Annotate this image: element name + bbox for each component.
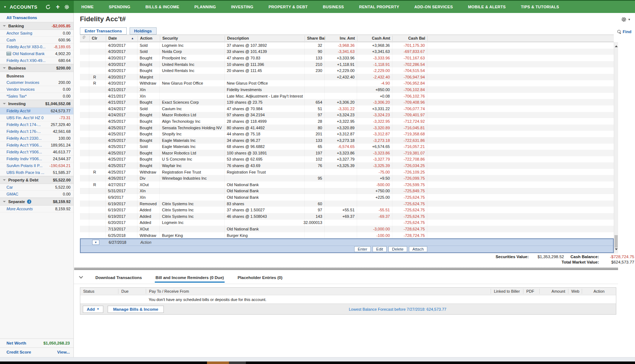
transaction-row[interactable]: 5/31/2017XInOld National Bank+750.00-725… xyxy=(80,188,614,194)
cash-amt-column-header[interactable]: Cash Amt xyxy=(357,36,392,41)
sidebar-account-old-national-bank[interactable]: Old National Bank4,902.20 xyxy=(0,50,73,57)
holdings-button[interactable]: Holdings xyxy=(130,27,157,35)
net-worth-row[interactable]: Net Worth $1,050,268.23 xyxy=(0,338,73,347)
transaction-row[interactable]: 6/9/2017XInOld National Bank+225.00-725,… xyxy=(80,194,614,201)
transaction-row[interactable]: R4/20/2017MargInt+2,432.40-2,432.40-706,… xyxy=(80,74,614,80)
new-transaction-entry-row[interactable]: ▼ 6/27/2018 Action EnterEditDeleteAttach xyxy=(80,238,614,253)
vertical-scrollbar[interactable] xyxy=(614,42,618,253)
sidebar-item-all-transactions[interactable]: All Transactions xyxy=(0,13,73,22)
nav-item-bills-income[interactable]: BILLS & INCOME xyxy=(138,5,187,9)
credit-score-view-link[interactable]: View... xyxy=(57,350,70,354)
transaction-row[interactable]: 4/25/2017BoughtSensata Technologies Hold… xyxy=(80,125,614,131)
transaction-row[interactable]: 4/20/2017SoldLogmein Inc37 shares @ 107.… xyxy=(80,42,614,49)
add-reminder-button[interactable]: Add ▼ xyxy=(83,306,103,313)
nav-item-tips-tutorials[interactable]: TIPS & TUTORIALS xyxy=(513,5,567,9)
transaction-row[interactable]: R4/25/2017WithdrawRegistration Fee Trust… xyxy=(80,169,614,175)
sidebar-account-fidelity-acc-t-y906[interactable]: Fidelity Acc't Y906...46,613.77 xyxy=(0,149,73,156)
nav-item-add-on-services[interactable]: ADD-ON SERVICES xyxy=(407,5,460,9)
delete-button[interactable]: Delete xyxy=(388,246,407,252)
tab-bill-and-income-reminders-0-due[interactable]: Bill and Income Reminders (0 Due) xyxy=(155,272,225,283)
sidebar-account-fidelity-acc-t-y906[interactable]: Fidelity Acc't Y906...189,951.24 xyxy=(0,142,73,149)
transaction-row[interactable]: 4/25/2017BoughtU S Concrete Inc53 shares… xyxy=(80,156,614,163)
nav-item-planning[interactable]: PLANNING xyxy=(187,5,224,9)
enter-button[interactable]: Enter xyxy=(354,246,371,252)
scroll-down-icon[interactable] xyxy=(615,248,618,252)
sidebar-section-separate[interactable]: Separatei$8,159.92 xyxy=(0,198,73,206)
sidebar-section-property-debt[interactable]: Property & Debt$5,522.00 xyxy=(0,176,73,184)
sidebar-account-fidelity-acc-t-x83-0[interactable]: Fidelity Acc't# X83-0...-8,189.65 xyxy=(0,44,73,50)
transaction-row[interactable]: 4/25/2017BoughtAlign Techonology Inc28 s… xyxy=(80,118,614,125)
nav-item-property-debt[interactable]: PROPERTY & DEBT xyxy=(261,5,315,9)
description-column-header[interactable]: Description xyxy=(225,36,305,41)
transaction-row[interactable]: 4/20/2017BoughtUnited Rentals Inc10 shar… xyxy=(80,61,614,68)
transaction-row[interactable]: 4/25/2017BoughtEagle Materials Inc34 sha… xyxy=(80,137,614,144)
transaction-row[interactable]: 4/21/2017XInLate Misc. Adjkustment - Lat… xyxy=(80,93,614,99)
transaction-row[interactable]: 6/19/2017AddedCitrix Systems Inc37 share… xyxy=(80,207,614,213)
register-settings-button[interactable]: ▼ xyxy=(621,17,631,22)
sidebar-account-car[interactable]: Car5,522.00 xyxy=(0,184,73,191)
attach-button[interactable]: Attach xyxy=(409,246,427,252)
credit-score-row[interactable]: Credit Score View... xyxy=(0,347,73,356)
transaction-row[interactable]: 7/13/2017XOutOld National Bank-3,000.00-… xyxy=(80,226,614,232)
gear-icon[interactable] xyxy=(64,4,70,10)
entry-action-field[interactable]: Action xyxy=(138,240,161,244)
transaction-row[interactable]: 6/20/2017AddedLogmein Inc32.000013-725,6… xyxy=(80,220,614,226)
inv-amt-column-header[interactable]: Inv. Amt xyxy=(325,36,357,41)
sidebar-section-investing[interactable]: Investing$1,046,552.08 xyxy=(0,100,73,108)
nav-item-business[interactable]: BUSINESS xyxy=(315,5,352,9)
sidebar-account-ubs-roth-pace-ira[interactable]: UBS Roth Pace Ira ...51,585.37 xyxy=(0,169,73,176)
sidebar-account-anchor-saving[interactable]: Anchor Saving0.00 xyxy=(0,30,73,37)
transaction-row[interactable]: 6/19/2017RemovedCitrix Systems Inc83 sha… xyxy=(80,201,614,207)
add-account-icon[interactable]: + xyxy=(55,4,61,10)
entry-dropdown-button[interactable]: ▼ xyxy=(92,240,99,245)
refresh-icon[interactable] xyxy=(45,4,51,10)
nav-item-spending[interactable]: SPENDING xyxy=(101,5,138,9)
sidebar-account-sunam-polaris-ii-p[interactable]: SunAm Polaris II P...-190,634.21 xyxy=(0,162,73,169)
nav-item-mobile-alerts[interactable]: MOBILE & ALERTS xyxy=(460,5,513,9)
sidebar-account-sales-tax[interactable]: *Sales Tax*0.00 xyxy=(0,93,73,100)
transaction-row[interactable]: 4/20/2017BoughtProofpoint Inc47 shares @… xyxy=(80,55,614,61)
nav-item-rental-property[interactable]: RENTAL PROPERTY xyxy=(351,5,407,9)
transaction-row[interactable]: 4/21/2017XInFidelity Investments+850.00-… xyxy=(80,86,614,93)
entry-date-field[interactable]: 6/27/2018 xyxy=(107,240,138,244)
sidebar-account-gmac[interactable]: GMAC0.00 xyxy=(0,191,73,198)
sidebar-account-fidelity-indiv-y906[interactable]: Fidelity Indiv Y906...24,544.37 xyxy=(0,156,73,162)
horizontal-splitter[interactable] xyxy=(74,268,618,270)
transaction-row[interactable]: 4/20/2017SoldNvida Corp33 shares @ 101.4… xyxy=(80,49,614,55)
date-column-header[interactable]: Date ▲ xyxy=(106,36,138,41)
accounts-menu[interactable]: ▼ ACCOUNTS + xyxy=(0,1,74,13)
sidebar-section-business[interactable]: Business$200.00 xyxy=(0,64,73,72)
security-column-header[interactable]: Security xyxy=(160,36,225,41)
sidebar-account-fidelity-acc-t-174[interactable]: Fidelity Acc't 174-...257,329.40 xyxy=(0,121,73,128)
info-icon[interactable]: i xyxy=(27,199,31,204)
transaction-row[interactable]: 4/24/2017BoughtMazor Robotics Ltd97 shar… xyxy=(80,112,614,118)
edit-button[interactable]: Edit xyxy=(373,246,387,252)
transaction-row[interactable]: 6/25/2018WithdrawBurger KingBurger King-… xyxy=(80,232,614,239)
cash-bal-column-header[interactable]: Cash Bal xyxy=(392,36,427,41)
transaction-row[interactable]: 4/24/2017SoldCavium Inc47 shares @ 70.98… xyxy=(80,105,614,112)
attachment-column-header[interactable] xyxy=(80,36,89,41)
nav-item-home[interactable]: HOME xyxy=(74,5,101,9)
transaction-row[interactable]: 4/21/2017BoughtExact Sciences Corp139 sh… xyxy=(80,99,614,105)
transaction-row[interactable]: 4/25/2017BoughtMazor Robotics Ltd100 sha… xyxy=(80,150,614,156)
transaction-row[interactable]: 6/19/2017AddedCitrix Systems Inc46 share… xyxy=(80,213,614,220)
sidebar-account-vendor-invoices[interactable]: Vendor Invoices0.00 xyxy=(0,86,73,93)
action-column-header[interactable]: Action xyxy=(138,36,160,41)
transaction-row[interactable]: 4/20/2017BoughtUnited Rentals Inc20 shar… xyxy=(80,67,614,74)
sidebar-account-fidelity-acc-t[interactable]: Fidelity Acc't#624,573.77 xyxy=(0,108,73,114)
enter-transactions-button[interactable]: Enter Transactions xyxy=(80,27,127,35)
scrollbar-thumb[interactable] xyxy=(614,235,618,248)
tab-placeholder-entries-0[interactable]: Placeholder Entries (0) xyxy=(237,272,283,283)
nav-item-investing[interactable]: INVESTING xyxy=(224,5,261,9)
sidebar-section-banking[interactable]: Banking-$2,005.85 xyxy=(0,22,73,30)
sidebar-account-cash[interactable]: Cash600.96 xyxy=(0,37,73,44)
scroll-up-icon[interactable] xyxy=(615,44,618,47)
clr-column-header[interactable]: Clr xyxy=(89,36,106,41)
transaction-row[interactable]: 4/25/2017SoldEagle Materials Inc68 share… xyxy=(80,144,614,150)
transaction-row[interactable]: 4/26/2017DivWinnebago Industries Inc95+9… xyxy=(80,175,614,181)
sidebar-account-fidelity-acc-t-176[interactable]: Fidelity Acc't 176-...42,561.68 xyxy=(0,128,73,135)
sidebar-account-fidelity-acc-t-2330[interactable]: Fidelity Acc't 2330...100.00 xyxy=(0,135,73,142)
tab-download-transactions[interactable]: Download Transactions xyxy=(95,272,143,283)
transaction-row[interactable]: 4/25/2017BoughtShopify Inc44 shares @ 75… xyxy=(80,131,614,137)
sidebar-account-fidelity-acc-t-x90-49[interactable]: Fidelity Acc't X90-49...680.64 xyxy=(0,57,73,64)
